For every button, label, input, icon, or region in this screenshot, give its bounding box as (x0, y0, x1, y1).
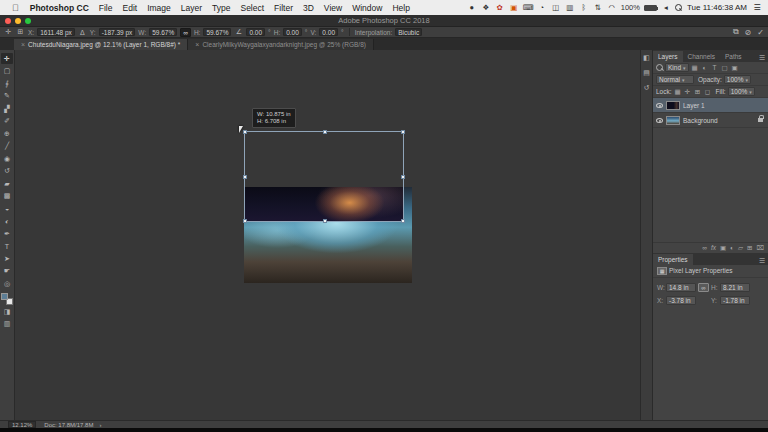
quick-selection-tool-icon[interactable]: ✎ (1, 91, 13, 102)
marquee-tool-icon[interactable]: ▢ (1, 66, 13, 77)
maintain-aspect-ratio-icon[interactable]: ∞ (180, 28, 191, 37)
adjustment-filter-icon[interactable]: ◐ (701, 64, 709, 71)
background-thumbnail[interactable] (666, 116, 680, 125)
canvas-area[interactable]: W: 10.875 in H: 6.708 in (15, 50, 640, 420)
pixel-filter-icon[interactable]: ▦ (691, 64, 699, 72)
menu-layer[interactable]: Layer (176, 3, 207, 13)
layer-visibility-eye-icon[interactable] (656, 118, 663, 123)
reference-point-icon[interactable]: ⊞ (16, 28, 25, 36)
hand-tool-icon[interactable]: ☛ (1, 266, 13, 277)
zoom-tool-icon[interactable]: ◎ (1, 278, 13, 289)
x-position-field[interactable]: 1611.48 px (37, 28, 75, 36)
layer-row-background[interactable]: Background (653, 113, 768, 128)
panel-menu-icon[interactable]: ☰ (756, 257, 768, 265)
width-field[interactable]: 59.67% (149, 28, 177, 36)
layer-name[interactable]: Background (683, 117, 718, 124)
delete-layer-icon[interactable]: ⌧ (757, 244, 765, 252)
transform-handle-top-center[interactable] (323, 130, 327, 134)
transform-handle-middle-left[interactable] (243, 175, 247, 179)
menubar-clock[interactable]: Tue 11:46:38 AM (682, 3, 752, 12)
spotlight-icon[interactable] (675, 4, 682, 11)
transform-handle-bottom-center[interactable] (323, 219, 327, 223)
layer-mask-icon[interactable]: ▣ (720, 244, 726, 252)
height-field[interactable]: 59.67% (203, 28, 231, 36)
lock-transparency-icon[interactable]: ▦ (674, 88, 682, 96)
menu-select[interactable]: Select (235, 3, 269, 13)
lock-position-icon[interactable]: ⊞ (694, 88, 702, 96)
crop-tool-icon[interactable]: ▞ (1, 103, 13, 114)
lock-all-icon[interactable]: ◻ (704, 88, 712, 96)
menu-file[interactable]: File (94, 3, 118, 13)
close-tab-icon[interactable]: × (195, 41, 199, 48)
document-tab-inactive[interactable]: × ClearlyMilkyWaygalaxyandarknight.jpeg … (188, 39, 374, 50)
menu-edit[interactable]: Edit (117, 3, 142, 13)
screen-mode-icon[interactable]: ▥ (1, 319, 13, 330)
display-icon[interactable]: ▥ (565, 3, 575, 12)
close-tab-icon[interactable]: × (21, 41, 25, 48)
panel-menu-icon[interactable]: ☰ (756, 54, 768, 62)
h-skew-field[interactable]: 0.00 (283, 28, 302, 36)
tab-properties[interactable]: Properties (653, 254, 693, 265)
commit-transform-button[interactable]: ✓ (757, 28, 764, 37)
healing-brush-tool-icon[interactable]: ⊕ (1, 128, 13, 139)
blend-mode-dropdown[interactable]: Normal ▾ (656, 75, 694, 84)
background-lock-icon[interactable] (758, 118, 763, 122)
v-skew-field[interactable]: 0.00 (319, 28, 338, 36)
foreground-color-swatch[interactable] (1, 293, 8, 300)
layer-effects-icon[interactable]: fx (711, 244, 716, 251)
status-chevron-icon[interactable]: › (99, 422, 101, 428)
link-layers-icon[interactable]: ∞ (702, 244, 707, 251)
new-layer-icon[interactable]: ⊞ (747, 244, 752, 252)
gradient-tool-icon[interactable]: ▩ (1, 191, 13, 202)
brush-tool-icon[interactable]: ╱ (1, 141, 13, 152)
smart-object-filter-icon[interactable]: ▣ (731, 64, 739, 72)
menu-window[interactable]: Window (347, 3, 387, 13)
volume-icon[interactable]: ◂ (661, 3, 671, 12)
y-position-field[interactable]: -187.39 px (99, 28, 136, 36)
lock-pixels-icon[interactable]: ✛ (684, 88, 692, 96)
tab-channels[interactable]: Channels (683, 51, 720, 62)
type-tool-icon[interactable]: T (1, 241, 13, 252)
transform-handle-bottom-left[interactable] (243, 219, 247, 223)
color-panel-icon[interactable]: ◧ (643, 54, 650, 62)
delta-toggle-icon[interactable]: Δ (78, 29, 87, 36)
tab-layers[interactable]: Layers (653, 51, 683, 62)
warp-mode-toggle-icon[interactable]: ⧉ (733, 27, 739, 37)
battery-icon[interactable] (644, 5, 657, 11)
document-tab-active[interactable]: × ChutesduNiagara.jpeg @ 12.1% (Layer 1,… (14, 39, 188, 50)
menu-type[interactable]: Type (207, 3, 235, 13)
keyboard-icon[interactable]: ⌨ (523, 3, 533, 12)
apple-menu-icon[interactable]:  (6, 3, 25, 13)
move-tool-icon[interactable]: ✛ (1, 53, 13, 64)
layer-name[interactable]: Layer 1 (683, 102, 705, 109)
history-panel-icon[interactable]: ↺ (644, 84, 650, 92)
prop-height-field[interactable]: 8.21 in (720, 283, 750, 292)
interpolation-dropdown[interactable]: Bicubic (395, 28, 422, 36)
menu-3d[interactable]: 3D (298, 3, 319, 13)
opacity-dropdown[interactable]: 100% ▾ (724, 75, 751, 84)
dodge-tool-icon[interactable]: ◐ (1, 216, 13, 227)
wifi-icon[interactable]: ◠ (607, 3, 617, 12)
prop-width-field[interactable]: 14.8 in (666, 283, 696, 292)
shield-icon[interactable]: ❖ (481, 3, 491, 12)
libraries-panel-icon[interactable]: ▤ (643, 69, 650, 77)
clone-stamp-tool-icon[interactable]: ◉ (1, 153, 13, 164)
layer-visibility-eye-icon[interactable] (656, 103, 663, 108)
phone-icon[interactable]: ◫ (551, 3, 561, 12)
eyedropper-tool-icon[interactable]: ✐ (1, 116, 13, 127)
adjustment-layer-icon[interactable]: ◐ (730, 244, 734, 251)
menu-help[interactable]: Help (387, 3, 414, 13)
eraser-tool-icon[interactable]: ▰ (1, 178, 13, 189)
cancel-transform-button[interactable]: ⊘ (745, 28, 752, 37)
history-brush-tool-icon[interactable]: ↺ (1, 166, 13, 177)
fill-dropdown[interactable]: 100% ▾ (728, 87, 755, 96)
time-machine-icon[interactable]: ◔ (537, 3, 547, 12)
menu-filter[interactable]: Filter (269, 3, 298, 13)
zoom-level-field[interactable]: 12.12% (8, 421, 36, 428)
dot-icon[interactable]: ● (467, 3, 477, 12)
menu-photoshop[interactable]: Photoshop CC (25, 3, 94, 13)
layer-group-icon[interactable]: ▱ (738, 244, 743, 252)
free-transform-bounding-box[interactable] (244, 131, 404, 222)
layer-row-layer1[interactable]: Layer 1 (653, 98, 768, 113)
bluetooth-icon[interactable]: ᛒ (579, 3, 589, 12)
